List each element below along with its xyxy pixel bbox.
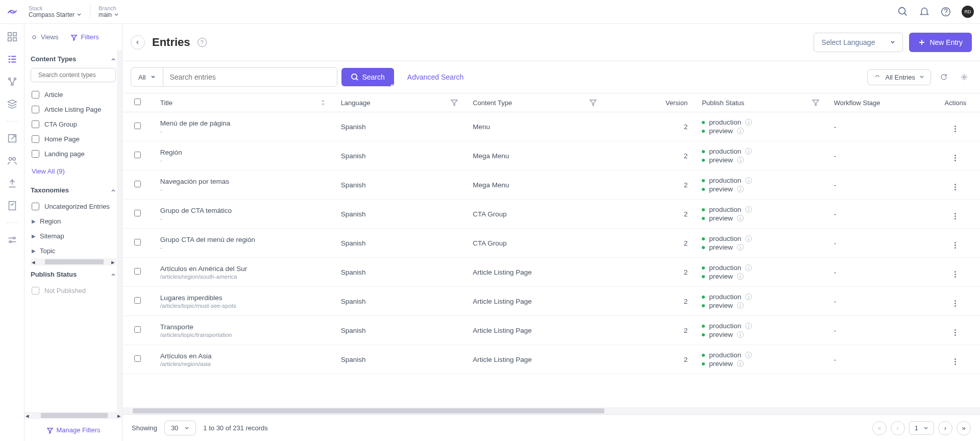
people-icon[interactable] [7,155,18,166]
filter-icon[interactable] [812,99,820,107]
checkbox[interactable] [32,203,39,210]
row-checkbox[interactable] [134,122,141,129]
taxonomy-item[interactable]: ▶Topic [31,243,116,258]
not-published-item[interactable]: Not Published [31,283,116,298]
filter-icon[interactable] [589,99,597,107]
row-checkbox[interactable] [134,239,141,246]
help-icon[interactable]: ? [198,38,207,47]
sort-icon[interactable] [320,99,327,106]
table-row[interactable]: Grupo CTA del menú de región-SpanishCTA … [122,229,980,258]
sidebar-hscroll[interactable]: ◂▸ [31,258,116,265]
checkbox[interactable] [32,287,39,295]
help-icon[interactable] [940,6,951,17]
info-icon[interactable]: i [745,235,752,242]
back-button[interactable] [131,35,145,50]
publish-icon[interactable] [7,133,18,144]
row-actions-button[interactable] [954,300,956,307]
table-row[interactable]: Transporte/articles/topic/transportation… [122,316,980,345]
info-icon[interactable]: i [745,148,752,155]
manage-filters-button[interactable]: Manage Filters [24,419,122,441]
branch-selector[interactable]: Branch main [99,5,119,18]
select-all-checkbox[interactable] [134,99,141,105]
search-scope-dropdown[interactable]: All [131,68,163,86]
row-checkbox[interactable] [134,181,141,187]
info-icon[interactable]: i [745,323,752,329]
checkbox[interactable] [32,91,39,99]
all-entries-pill[interactable]: All Entries [867,69,931,85]
content-type-item[interactable]: CTA Group [31,117,116,132]
page-number-select[interactable]: 1 [909,421,934,435]
row-checkbox[interactable] [134,297,141,304]
content-type-search[interactable] [31,68,116,82]
content-type-item[interactable]: Article [31,87,116,102]
releases-icon[interactable] [7,178,18,189]
row-checkbox[interactable] [134,268,141,275]
row-actions-button[interactable] [954,155,956,161]
row-checkbox[interactable] [134,355,141,362]
table-row[interactable]: Artículos en Asia/articles/region/asiaSp… [122,345,980,374]
tasks-icon[interactable] [7,200,18,211]
row-actions-button[interactable] [954,271,956,278]
row-actions-button[interactable] [954,213,956,219]
content-type-item[interactable]: Home Page [31,132,116,146]
info-icon[interactable]: i [745,352,752,358]
settings-button[interactable] [957,69,972,85]
avatar[interactable]: RD [962,6,974,18]
table-row[interactable]: Región-SpanishMega Menu2productioniprevi… [122,141,980,170]
settings-icon[interactable] [7,234,18,246]
publish-status-section[interactable]: Publish Status [31,265,116,283]
table-row[interactable]: Artículos en América del Sur/articles/re… [122,258,980,287]
last-page-button[interactable]: » [957,421,971,435]
table-row[interactable]: Grupo de CTA temático-SpanishCTA Group2p… [122,200,980,229]
info-icon[interactable]: i [737,360,744,367]
advanced-search-link[interactable]: Advanced Search [407,73,464,81]
filter-icon[interactable] [450,99,458,107]
row-checkbox[interactable] [134,210,141,216]
row-actions-button[interactable] [954,358,956,365]
content-type-item[interactable]: Landing page [31,146,116,161]
assets-icon[interactable] [7,99,18,110]
row-actions-button[interactable] [954,329,956,336]
row-actions-button[interactable] [954,126,956,132]
uncategorized-item[interactable]: Uncategorized Entries [31,199,116,214]
bell-icon[interactable] [919,6,930,17]
language-select[interactable]: Select Language [814,33,903,52]
content-type-item[interactable]: Article Listing Page [31,102,116,117]
refresh-button[interactable] [936,69,951,85]
checkbox[interactable] [32,150,39,158]
checkbox[interactable] [32,135,39,143]
table-hscroll[interactable] [122,407,980,414]
info-icon[interactable]: i [737,302,744,309]
info-icon[interactable]: i [737,215,744,222]
content-types-section[interactable]: Content Types [31,50,116,68]
taxonomies-section[interactable]: Taxonomies [31,181,116,199]
row-checkbox[interactable] [134,152,141,158]
info-icon[interactable]: i [737,157,744,163]
filters-tab[interactable]: Filters [70,33,99,41]
search-icon[interactable] [897,6,909,17]
info-icon[interactable]: i [745,177,752,184]
info-icon[interactable]: i [737,128,744,134]
dashboard-icon[interactable] [7,31,18,42]
taxonomy-item[interactable]: ▶Region [31,214,116,229]
sidebar-hscroll-2[interactable]: ◂▸ [24,412,122,419]
views-tab[interactable]: Views [31,33,58,41]
content-model-icon[interactable] [7,76,18,87]
sidebar-scrollbar[interactable] [117,50,122,412]
row-actions-button[interactable] [954,242,956,249]
info-icon[interactable]: i [745,293,752,300]
view-all-link[interactable]: View All (9) [31,161,116,181]
next-page-button[interactable]: › [938,421,952,435]
table-row[interactable]: Navegación por temas-SpanishMega Menu2pr… [122,170,980,200]
entries-icon[interactable] [7,54,18,65]
row-actions-button[interactable] [954,184,956,190]
search-button[interactable]: Search ↖ [341,68,394,86]
info-icon[interactable]: i [737,273,744,280]
info-icon[interactable]: i [745,206,752,213]
search-input[interactable] [163,68,337,86]
checkbox[interactable] [32,120,39,128]
page-size-select[interactable]: 30 [164,421,196,435]
info-icon[interactable]: i [737,186,744,192]
new-entry-button[interactable]: New Entry [909,33,972,52]
checkbox[interactable] [32,106,39,113]
